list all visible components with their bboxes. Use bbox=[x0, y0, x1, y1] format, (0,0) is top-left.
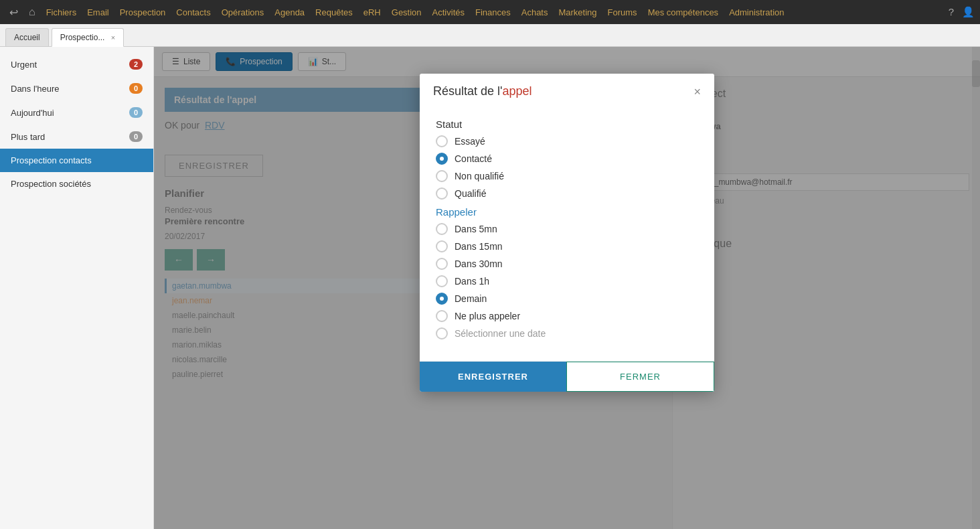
radio-circle-contacte bbox=[436, 153, 448, 165]
content-area: ☰ Liste 📞 Prospection 📊 St... Résultat d… bbox=[154, 47, 980, 529]
nav-erh[interactable]: eRH bbox=[359, 7, 385, 17]
sidebar-label-prospection-societes: Prospection sociétés bbox=[11, 179, 91, 189]
sidebar-badge-plustard: 0 bbox=[129, 131, 143, 142]
radio-label-dans15mn: Dans 15mn bbox=[455, 241, 503, 252]
nav-gestion[interactable]: Gestion bbox=[388, 7, 426, 17]
sidebar-badge-urgent: 2 bbox=[129, 59, 143, 70]
sidebar-item-prospection-contacts[interactable]: Prospection contacts bbox=[0, 149, 153, 172]
modal-title-accent: appel bbox=[503, 84, 532, 98]
radio-circle-essaye bbox=[436, 135, 448, 147]
nav-finances[interactable]: Finances bbox=[471, 7, 515, 17]
radio-label-demain: Demain bbox=[455, 293, 487, 304]
sidebar-label-urgent: Urgent bbox=[11, 60, 37, 70]
radio-circle-dans1h bbox=[436, 275, 448, 287]
sidebar-label-prospection-contacts: Prospection contacts bbox=[11, 155, 92, 165]
radio-label-qualifie: Qualifié bbox=[455, 188, 486, 199]
radio-dans30mn[interactable]: Dans 30mn bbox=[436, 258, 698, 270]
sidebar-item-danslheure[interactable]: Dans l'heure 0 bbox=[0, 76, 153, 100]
radio-selectionner-date[interactable]: Sélectionner une date bbox=[436, 327, 698, 339]
sidebar-label-aujourdhui: Aujourd'hui bbox=[11, 108, 54, 118]
sidebar-item-prospection-societes[interactable]: Prospection sociétés bbox=[0, 172, 153, 196]
radio-circle-qualifie bbox=[436, 187, 448, 200]
nav-achats[interactable]: Achats bbox=[517, 7, 552, 17]
sidebar-item-aujourdhui[interactable]: Aujourd'hui 0 bbox=[0, 100, 153, 125]
radio-circle-demain bbox=[436, 293, 448, 305]
radio-qualifie[interactable]: Qualifié bbox=[436, 187, 698, 200]
sidebar-label-danslheure: Dans l'heure bbox=[11, 84, 60, 94]
radio-dans15mn[interactable]: Dans 15mn bbox=[436, 240, 698, 252]
modal-header: Résultat de l'appel × bbox=[420, 74, 714, 106]
sidebar-badge-danslheure: 0 bbox=[129, 83, 143, 94]
statut-section-label: Statut bbox=[436, 119, 698, 130]
tab-prospection[interactable]: Prospectio... × bbox=[52, 28, 124, 47]
modal-body: Statut Essayé Contacté Non qualifié bbox=[420, 106, 714, 356]
nav-prospection[interactable]: Prospection bbox=[116, 7, 170, 17]
radio-essaye[interactable]: Essayé bbox=[436, 135, 698, 147]
sidebar: Urgent 2 Dans l'heure 0 Aujourd'hui 0 Pl… bbox=[0, 47, 154, 529]
modal-overlay: Résultat de l'appel × Statut Essayé Cont… bbox=[154, 47, 980, 529]
radio-label-nonqualifie: Non qualifié bbox=[455, 171, 504, 181]
radio-circle-selectionner-date bbox=[436, 327, 448, 339]
home-icon[interactable]: ⌂ bbox=[25, 6, 39, 18]
sidebar-item-urgent[interactable]: Urgent 2 bbox=[0, 52, 153, 76]
tab-bar: Accueil Prospectio... × bbox=[0, 24, 980, 47]
radio-circle-neplusappeler bbox=[436, 310, 448, 322]
nav-administration[interactable]: Administration bbox=[725, 7, 788, 17]
nav-contacts[interactable]: Contacts bbox=[172, 7, 214, 17]
nav-activites[interactable]: Activités bbox=[428, 7, 469, 17]
sidebar-badge-aujourdhui: 0 bbox=[129, 107, 143, 118]
radio-label-selectionner-date: Sélectionner une date bbox=[455, 328, 546, 339]
radio-label-dans30mn: Dans 30mn bbox=[455, 258, 503, 269]
nav-email[interactable]: Email bbox=[83, 7, 113, 17]
sidebar-item-plustard[interactable]: Plus tard 0 bbox=[0, 125, 153, 149]
user-icon[interactable]: 👤 bbox=[962, 6, 975, 18]
nav-fichiers[interactable]: Fichiers bbox=[42, 7, 81, 17]
radio-circle-nonqualifie bbox=[436, 170, 448, 182]
radio-dans1h[interactable]: Dans 1h bbox=[436, 275, 698, 287]
main-layout: Urgent 2 Dans l'heure 0 Aujourd'hui 0 Pl… bbox=[0, 47, 980, 529]
radio-demain[interactable]: Demain bbox=[436, 293, 698, 305]
radio-label-dans5mn: Dans 5mn bbox=[455, 224, 497, 234]
radio-neplusappeler[interactable]: Ne plus appeler bbox=[436, 310, 698, 322]
top-navigation: ↩ ⌂ Fichiers Email Prospection Contacts … bbox=[0, 0, 980, 24]
nav-mes-competences[interactable]: Mes compétences bbox=[644, 7, 723, 17]
sidebar-label-plustard: Plus tard bbox=[11, 132, 45, 142]
radio-dans5mn[interactable]: Dans 5mn bbox=[436, 223, 698, 235]
radio-label-dans1h: Dans 1h bbox=[455, 276, 489, 287]
radio-label-contacte: Contacté bbox=[455, 153, 492, 164]
radio-label-essaye: Essayé bbox=[455, 136, 485, 147]
modal-close-button[interactable]: × bbox=[693, 86, 701, 98]
radio-label-neplusappeler: Ne plus appeler bbox=[455, 311, 520, 321]
modal-dialog: Résultat de l'appel × Statut Essayé Cont… bbox=[420, 74, 714, 392]
history-icon[interactable]: ↩ bbox=[5, 6, 22, 19]
radio-circle-dans30mn bbox=[436, 258, 448, 270]
nav-marketing[interactable]: Marketing bbox=[554, 7, 600, 17]
modal-footer: ENREGISTRER FERMER bbox=[420, 361, 714, 392]
radio-contacte[interactable]: Contacté bbox=[436, 153, 698, 165]
help-icon[interactable]: ? bbox=[949, 6, 954, 18]
nav-operations[interactable]: Opérations bbox=[218, 7, 268, 17]
nav-forums[interactable]: Forums bbox=[604, 7, 641, 17]
nav-requetes[interactable]: Requêtes bbox=[311, 7, 357, 17]
tab-close-icon[interactable]: × bbox=[111, 33, 115, 42]
modal-title: Résultat de l'appel bbox=[433, 84, 532, 98]
radio-circle-dans15mn bbox=[436, 240, 448, 252]
modal-fermer-button[interactable]: FERMER bbox=[566, 362, 714, 392]
rappeler-section-label: Rappeler bbox=[436, 206, 698, 218]
tab-accueil[interactable]: Accueil bbox=[5, 28, 49, 46]
nav-agenda[interactable]: Agenda bbox=[270, 7, 309, 17]
radio-nonqualifie[interactable]: Non qualifié bbox=[436, 170, 698, 182]
radio-circle-dans5mn bbox=[436, 223, 448, 235]
modal-save-button[interactable]: ENREGISTRER bbox=[420, 362, 566, 392]
